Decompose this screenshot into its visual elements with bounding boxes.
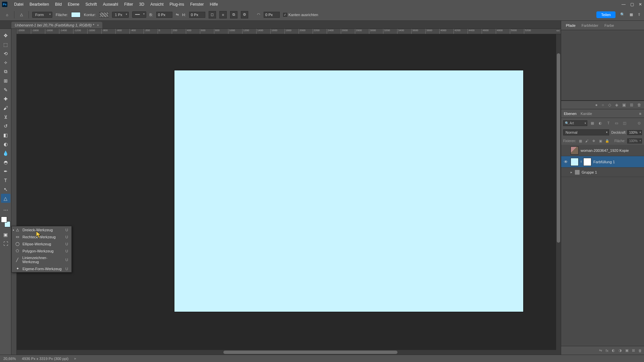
menu-fenster[interactable]: Fenster xyxy=(187,1,207,8)
stroke-width-field[interactable]: 1 Px xyxy=(112,12,129,18)
lock-trans-icon[interactable]: ▦ xyxy=(578,138,583,143)
layer-filter-kind[interactable]: 🔍 Art xyxy=(563,120,587,126)
scrollbar-thumb[interactable] xyxy=(223,351,397,354)
align-edges-checkbox[interactable]: ✓ Kanten ausrichten xyxy=(283,13,318,17)
layer-name[interactable]: Gruppe 1 xyxy=(582,170,597,174)
shape-mode-select[interactable]: Form xyxy=(32,12,52,18)
layer-row[interactable]: 👁 ⦀ Farbfüllung 1 xyxy=(561,156,644,168)
path-fill-icon[interactable]: ● xyxy=(595,103,598,107)
doc-info-readout[interactable]: 4936 Px x 3319 Px (300 ppi) xyxy=(22,357,68,361)
height-field[interactable]: 0 Px xyxy=(189,12,205,18)
brush-tool[interactable]: 🖌 xyxy=(1,103,10,112)
path-stroke-icon[interactable]: ○ xyxy=(602,103,604,107)
workspace-icon[interactable]: ▦ xyxy=(630,12,633,17)
close-tab-icon[interactable]: × xyxy=(97,23,99,27)
fg-color-swatch[interactable] xyxy=(1,217,7,223)
radius-field[interactable]: 0 Px xyxy=(264,12,280,18)
path-mask-icon[interactable]: ▣ xyxy=(622,103,626,107)
layer-thumbnail[interactable] xyxy=(571,158,579,166)
export-icon[interactable]: ⇪ xyxy=(638,12,641,17)
flyout-item-triangle[interactable]: △ Dreieck-Werkzeug U xyxy=(12,226,71,233)
filter-typelayer-icon[interactable]: T xyxy=(605,120,611,126)
canvas-viewport[interactable]: -2000-1800-1600-1400-1200-1000-800-600-4… xyxy=(17,29,561,355)
opacity-field[interactable]: 100% xyxy=(627,130,642,135)
link-icon[interactable]: ⦀ xyxy=(581,160,582,164)
filter-adjlayer-icon[interactable]: ◐ xyxy=(597,120,603,126)
tab-kanaele[interactable]: Kanäle xyxy=(581,112,592,116)
layer-row[interactable]: ▸ Gruppe 1 xyxy=(561,168,644,177)
status-menu-icon[interactable]: ▸ xyxy=(74,356,76,361)
marquee-tool[interactable]: ⬚ xyxy=(1,40,10,49)
window-close-icon[interactable]: ✕ xyxy=(639,2,642,7)
more-tools[interactable]: ⋯ xyxy=(1,205,10,215)
panel-collapse-icon[interactable]: ◂◂ xyxy=(551,29,561,33)
fill-swatch[interactable] xyxy=(71,12,80,17)
tab-ebenen[interactable]: Ebenen xyxy=(564,112,577,116)
filter-pixellayer-icon[interactable]: ▦ xyxy=(589,120,595,126)
tab-farbfelder[interactable]: Farbfelder xyxy=(579,22,601,29)
lock-pos-icon[interactable]: ✥ xyxy=(591,138,596,143)
quickmask-tool[interactable]: ▣ xyxy=(1,230,10,239)
layer-thumbnail[interactable] xyxy=(571,146,579,155)
menu-datei[interactable]: Datei xyxy=(11,1,26,8)
adjustment-icon[interactable]: ◑ xyxy=(619,348,622,353)
link-dims-icon[interactable]: ⇋ xyxy=(176,12,179,17)
path-ops-icon[interactable]: ◻ xyxy=(209,11,216,18)
home-icon[interactable]: ⌂ xyxy=(3,11,11,18)
flyout-item-line[interactable]: ╱ Linienzeichner-Werkzeug U xyxy=(12,254,71,265)
menu-bearbeiten[interactable]: Bearbeiten xyxy=(27,1,52,8)
gradient-tool[interactable]: ◐ xyxy=(1,139,10,148)
tool-preset-icon[interactable]: △ xyxy=(18,11,25,18)
dodge-tool[interactable]: ◓ xyxy=(1,158,10,167)
new-path-icon[interactable]: ⊞ xyxy=(630,103,633,107)
window-maximize-icon[interactable]: ▢ xyxy=(630,2,634,7)
mask-icon[interactable]: ◐ xyxy=(612,348,615,353)
search-icon[interactable]: 🔍 xyxy=(620,12,625,17)
document-canvas[interactable] xyxy=(174,70,523,312)
group-toggle-icon[interactable]: ▸ xyxy=(571,170,572,174)
heal-tool[interactable]: ✚ xyxy=(1,94,10,103)
fill-opacity-field[interactable]: 100% xyxy=(627,138,642,143)
pen-tool[interactable]: ✒ xyxy=(1,167,10,176)
screenmode-tool[interactable]: ⛶ xyxy=(1,239,10,248)
share-button[interactable]: Teilen xyxy=(596,11,615,18)
window-minimize-icon[interactable]: — xyxy=(622,2,626,7)
document-tab[interactable]: Unbenannt-1 bei 20,7% (Farbfüllung 1, RG… xyxy=(11,22,102,28)
path-arrange-icon[interactable]: ⧉ xyxy=(230,11,237,18)
path-sel-icon[interactable]: ◇ xyxy=(608,103,611,107)
menu-plugins[interactable]: Plug-ins xyxy=(167,1,187,8)
menu-ebene[interactable]: Ebene xyxy=(65,1,82,8)
flyout-item-custom[interactable]: ✦ Eigene-Form-Werkzeug U xyxy=(12,265,71,272)
shape-tool[interactable]: △ xyxy=(1,194,10,203)
path-select-tool[interactable]: ↖ xyxy=(1,185,10,194)
menu-hilfe[interactable]: Hilfe xyxy=(207,1,221,8)
layer-row[interactable]: woman-2003647_1920 Kopie xyxy=(561,145,644,156)
path-align-icon[interactable]: ≡ xyxy=(219,11,227,18)
lock-nest-icon[interactable]: ▣ xyxy=(598,138,603,143)
crop-tool[interactable]: ⧉ xyxy=(1,67,10,76)
vertical-scrollbar[interactable] xyxy=(556,34,561,350)
path-vec-icon[interactable]: ◈ xyxy=(615,103,618,107)
blend-mode-select[interactable]: Normal xyxy=(563,129,609,135)
flyout-item-rectangle[interactable]: ▭ Rechteck-Werkzeug U xyxy=(12,233,71,240)
color-swatches[interactable] xyxy=(1,217,10,227)
delete-path-icon[interactable]: 🗑 xyxy=(637,103,641,107)
visibility-icon[interactable]: 👁 xyxy=(563,160,569,164)
move-tool[interactable]: ✥ xyxy=(1,31,10,40)
fx-icon[interactable]: fx xyxy=(605,349,608,353)
lock-all-icon[interactable]: 🔒 xyxy=(605,138,609,143)
lasso-tool[interactable]: ⟲ xyxy=(1,49,10,58)
frame-tool[interactable]: ⊞ xyxy=(1,76,10,85)
eyedropper-tool[interactable]: ✎ xyxy=(1,85,10,94)
menu-ansicht[interactable]: Ansicht xyxy=(148,1,166,8)
history-brush-tool[interactable]: ↺ xyxy=(1,121,10,130)
flyout-item-ellipse[interactable]: ◯ Ellipse-Werkzeug U xyxy=(12,240,71,247)
stroke-swatch[interactable] xyxy=(99,12,109,17)
type-tool[interactable]: T xyxy=(1,176,10,185)
menu-bild[interactable]: Bild xyxy=(52,1,64,8)
menu-3d[interactable]: 3D xyxy=(137,1,147,8)
menu-auswahl[interactable]: Auswahl xyxy=(100,1,121,8)
filter-shapelayer-icon[interactable]: ▭ xyxy=(613,120,620,126)
eraser-tool[interactable]: ◧ xyxy=(1,130,10,139)
delete-layer-icon[interactable]: 🗑 xyxy=(638,349,642,353)
